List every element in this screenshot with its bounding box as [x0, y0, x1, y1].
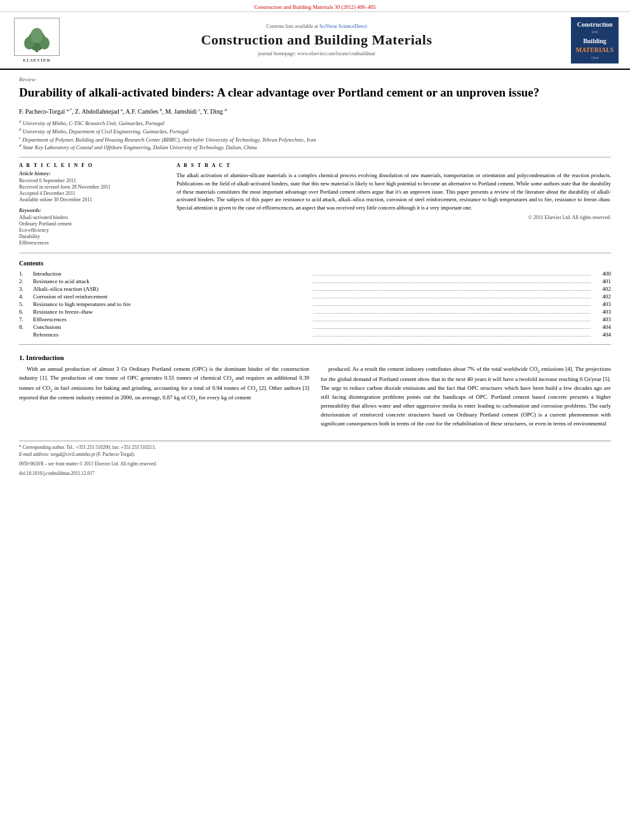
email-name: (F. Pacheco-Torgal).	[97, 451, 135, 457]
contents-section: Contents 1. Introduction 400 2. Resistan…	[19, 260, 611, 345]
badge-box: Construction and Building MATERIALS Ond	[571, 17, 619, 63]
contents-page-ref: 404	[593, 331, 611, 338]
contents-name-8: Conclusions	[33, 324, 311, 330]
issn-line: 0950-0618/$ – see front matter © 2011 El…	[19, 461, 611, 467]
contents-num-4: 4.	[19, 293, 33, 300]
contents-dots-7	[313, 321, 591, 321]
contents-dots-5	[313, 305, 591, 306]
contents-page-6: 403	[593, 309, 611, 315]
email-address: torgal@civil.uminho.pt	[51, 451, 95, 457]
citation-text: Construction and Building Materials 30 (…	[254, 4, 376, 10]
elsevier-text: ELSEVIER	[23, 58, 50, 63]
intro-text-left: With an annual production of almost 3 Gt…	[19, 365, 309, 404]
contents-num-2: 2.	[19, 278, 33, 284]
author-sup-b: b	[160, 107, 163, 112]
svg-point-4	[30, 28, 43, 43]
affiliation-d: d State Key Laboratory of Coastal and Of…	[19, 143, 611, 150]
article-title: Durability of alkali-activated binders: …	[19, 85, 611, 101]
badge-building: Building	[573, 37, 616, 46]
intro-text-right: produced. As a result the cement industr…	[321, 365, 611, 428]
intro-para-1: With an annual production of almost 3 Gt…	[19, 365, 309, 404]
received-date: Received 6 September 2011	[19, 178, 165, 183]
review-label: Review	[19, 76, 611, 83]
footnote-corresponding: * Corresponding author. Tel.: +351 253 5…	[19, 444, 611, 450]
body-two-col: With an annual production of almost 3 Gt…	[19, 365, 611, 432]
journal-header: ELSEVIER Contents lists available at Sci…	[0, 12, 630, 70]
keyword-5: Efflorescences	[19, 240, 165, 246]
body-col-right: produced. As a result the cement industr…	[321, 365, 611, 432]
elsevier-logo-box	[14, 18, 60, 56]
available-online-date: Available online 30 December 2011	[19, 197, 165, 203]
email-label: E-mail address:	[19, 451, 51, 457]
contents-num-6: 6.	[19, 309, 33, 315]
contents-page-1: 400	[593, 270, 611, 277]
footer-area: * Corresponding author. Tel.: +351 253 5…	[19, 441, 611, 476]
author-jamshidi: M. Jamshidi	[165, 108, 196, 115]
contents-page-8: 404	[593, 324, 611, 330]
contents-item-5: 5. Resistance to high temperatures and t…	[19, 301, 611, 307]
author-sup-a: a,*	[67, 107, 72, 112]
contents-dots-2	[313, 283, 591, 283]
header-center: Contents lists available at SciVerse Sci…	[62, 23, 571, 57]
contents-name-3: Alkali–silica reaction (ASR)	[33, 286, 311, 292]
sciverse-text: Contents lists available at	[266, 23, 319, 29]
keyword-3: Eco-efficiency	[19, 227, 165, 233]
affiliation-a: a University of Minho, C-TAC Research Un…	[19, 119, 611, 126]
introduction-heading: 1. Introduction	[19, 354, 611, 361]
abstract-label: A B S T R A C T	[177, 163, 611, 168]
page: Construction and Building Materials 30 (…	[0, 0, 630, 840]
sciverse-link: SciVerse ScienceDirect	[319, 23, 367, 29]
contents-page-4: 402	[593, 293, 611, 300]
divider-1	[19, 157, 611, 157]
author-pacheco: F. Pacheco-Torgal	[19, 108, 65, 115]
keyword-4: Durability	[19, 234, 165, 239]
abstract-col: A B S T R A C T The alkali activation of…	[177, 163, 611, 246]
affiliation-c: c Department of Polymer, Building and Ho…	[19, 135, 611, 143]
keyword-2: Ordinary Portland cement	[19, 221, 165, 227]
body-col-left: With an annual production of almost 3 Gt…	[19, 365, 309, 432]
contents-item-7: 7. Efflorescences 403	[19, 316, 611, 323]
sciverse-line: Contents lists available at SciVerse Sci…	[69, 23, 565, 29]
divider-2	[19, 253, 611, 253]
contents-dots-ref	[313, 336, 591, 337]
contents-item-1: 1. Introduction 400	[19, 270, 611, 277]
author-abdollahnejad: Z. Abdollahnejad	[75, 108, 119, 115]
contents-name-7: Efflorescences	[33, 316, 311, 323]
author-sup-c: c	[198, 107, 200, 112]
footnote-email: E-mail address: torgal@civil.uminho.pt (…	[19, 451, 611, 457]
keywords-section: Keywords: Alkali-activated binders Ordin…	[19, 208, 165, 246]
contents-num-5: 5.	[19, 301, 33, 307]
journal-homepage: journal homepage: www.elsevier.com/locat…	[69, 51, 565, 57]
doi-text: doi:10.1016/j.conbuildmat.2011.12.017	[19, 470, 95, 476]
keywords-label: Keywords:	[19, 208, 165, 213]
contents-page-2: 401	[593, 278, 611, 284]
contents-page-3: 402	[593, 286, 611, 292]
history-label: Article history:	[19, 171, 165, 177]
affiliations: a University of Minho, C-TAC Research Un…	[19, 119, 611, 150]
elsevier-logo: ELSEVIER	[11, 18, 62, 63]
contents-page-7: 403	[593, 316, 611, 323]
contents-dots-8	[313, 328, 591, 329]
intro-para-2: produced. As a result the cement industr…	[321, 365, 611, 428]
authors-line: F. Pacheco-Torgal a,*, Z. Abdollahnejad …	[19, 107, 611, 115]
contents-item-3: 3. Alkali–silica reaction (ASR) 402	[19, 286, 611, 292]
copyright-line: © 2011 Elsevier Ltd. All rights reserved…	[177, 215, 611, 220]
contents-item-2: 2. Resistance to acid attack 401	[19, 278, 611, 284]
contents-num-3: 3.	[19, 286, 33, 292]
keyword-1: Alkali-activated binders	[19, 215, 165, 220]
contents-dots-3	[313, 290, 591, 291]
contents-item-8: 8. Conclusions 404	[19, 324, 611, 330]
contents-title: Contents	[19, 260, 611, 267]
content-area: Review Durability of alkali-activated bi…	[0, 70, 630, 483]
contents-item-4: 4. Corrosion of steel reinforcement 402	[19, 293, 611, 300]
contents-name-2: Resistance to acid attack	[33, 278, 311, 284]
contents-num-1: 1.	[19, 270, 33, 277]
contents-num-8: 8.	[19, 324, 33, 330]
author-sup-a2: a	[121, 107, 123, 112]
author-sup-d: d	[224, 107, 227, 112]
received-revised-date: Received in revised form 28 November 201…	[19, 184, 165, 190]
elsevier-tree-icon	[23, 27, 51, 53]
journal-citation: Construction and Building Materials 30 (…	[0, 0, 630, 12]
badge-materials: MATERIALS	[573, 46, 616, 55]
doi-line: doi:10.1016/j.conbuildmat.2011.12.017	[19, 470, 611, 476]
